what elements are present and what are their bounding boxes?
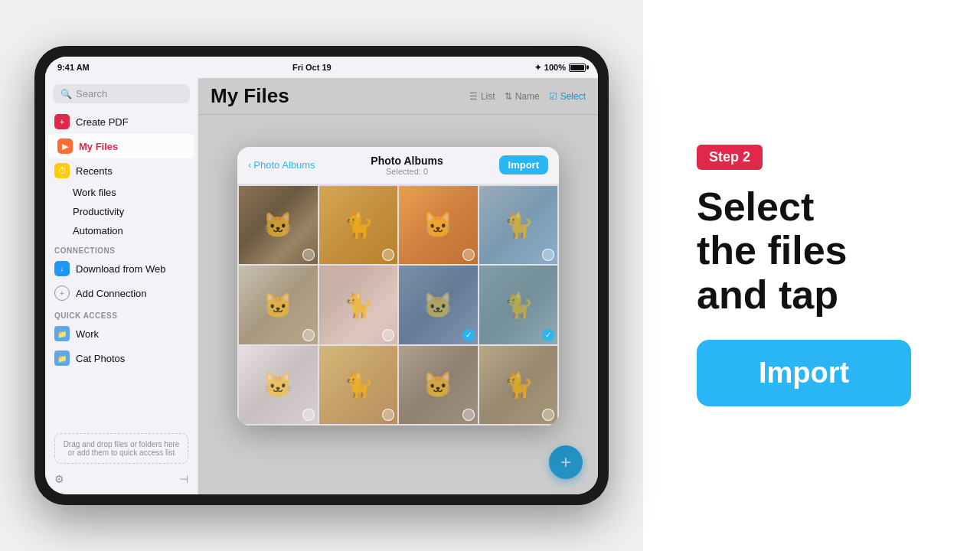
sidebar-item-my-files[interactable]: ▶ My Files: [48, 134, 194, 158]
photo-checkbox-3[interactable]: [462, 249, 475, 261]
modal-back-button[interactable]: ‹ Photo Albums: [248, 159, 315, 171]
cat-image-11: 🐱: [423, 370, 453, 399]
photo-cell-9[interactable]: 🐱: [239, 346, 318, 425]
photo-cell-12[interactable]: 🐈: [479, 346, 558, 425]
photo-cell-6[interactable]: 🐈: [319, 266, 398, 344]
recents-icon: ⏱: [54, 163, 70, 178]
sidebar-item-automation[interactable]: Automation: [45, 221, 198, 240]
cat-image-12: 🐈: [503, 370, 534, 399]
sidebar-item-productivity[interactable]: Productivity: [45, 202, 198, 221]
cat-image-6: 🐈: [343, 291, 374, 320]
photo-cell-3[interactable]: 🐱: [399, 186, 478, 265]
connections-section-label: CONNECTIONS: [45, 240, 198, 256]
sidebar-item-create-pdf[interactable]: + Create PDF: [45, 109, 198, 134]
photo-grid: 🐱 🐈 🐱: [237, 184, 559, 426]
productivity-label: Productivity: [73, 206, 124, 217]
instruction-text: Select the files and tap: [697, 185, 848, 317]
sidebar-label-my-files: My Files: [79, 141, 118, 152]
photo-checkbox-1[interactable]: [302, 249, 315, 261]
settings-icon[interactable]: ⚙: [54, 473, 64, 485]
sidebar-item-cat-photos[interactable]: 📁 Cat Photos: [45, 346, 198, 370]
work-files-label: Work files: [73, 187, 116, 198]
tablet-screen: 9:41 AM Fri Oct 19 ✦ 100%: [45, 57, 598, 494]
cat-image-4: 🐈: [503, 210, 534, 240]
photo-cell-10[interactable]: 🐈: [319, 346, 398, 425]
modal-selected-count: Selected: 0: [371, 167, 443, 176]
add-connection-icon: +: [54, 285, 70, 301]
drop-zone-text: Drag and drop files or folders here or a…: [54, 433, 188, 464]
app-content: 🔍 Search + Create PDF ▶ My Files ⏱: [45, 78, 598, 494]
photo-cell-1[interactable]: 🐱: [239, 186, 318, 265]
tablet-device: 9:41 AM Fri Oct 19 ✦ 100%: [34, 46, 609, 505]
sidebar-label-create-pdf: Create PDF: [76, 116, 129, 128]
battery-icon: [569, 64, 586, 72]
battery-percentage: 100%: [544, 63, 566, 72]
sidebar-item-recents[interactable]: ⏱ Recents: [45, 158, 198, 183]
collapse-icon[interactable]: ⊣: [179, 473, 188, 485]
cat-image-1: 🐱: [263, 210, 293, 240]
sidebar-label-download-web: Download from Web: [76, 263, 166, 275]
cat-photos-folder-icon: 📁: [54, 350, 70, 366]
photo-checkbox-5[interactable]: [302, 329, 315, 341]
modal-overlay: ‹ Photo Albums Photo Albums Selected: 0 …: [198, 78, 598, 494]
sidebar-label-work: Work: [76, 328, 99, 340]
right-panel: Step 2 Select the files and tap Import: [658, 0, 980, 551]
back-chevron-icon: ‹: [248, 159, 251, 171]
modal-import-button[interactable]: Import: [499, 155, 548, 174]
modal-title-block: Photo Albums Selected: 0: [371, 155, 443, 176]
sidebar-item-work[interactable]: 📁 Work: [45, 321, 198, 346]
status-right: ✦ 100%: [534, 63, 586, 73]
step-badge: Step 2: [697, 145, 763, 170]
photo-cell-11[interactable]: 🐱: [399, 346, 478, 425]
back-label: Photo Albums: [253, 159, 315, 171]
modal-header: ‹ Photo Albums Photo Albums Selected: 0 …: [237, 147, 559, 184]
photo-cell-8[interactable]: 🐈: [479, 266, 558, 344]
create-pdf-icon: +: [54, 114, 70, 129]
photo-cell-4[interactable]: 🐈: [479, 186, 558, 265]
quick-access-section-label: QUICK ACCESS: [45, 305, 198, 321]
cat-image-9: 🐱: [263, 370, 293, 399]
instruction-line1: Select: [697, 184, 814, 229]
sidebar-label-recents: Recents: [76, 165, 113, 177]
cat-image-10: 🐈: [343, 370, 374, 399]
photo-checkbox-9[interactable]: [302, 409, 315, 421]
work-folder-icon: 📁: [54, 326, 70, 341]
tablet-wrapper: 9:41 AM Fri Oct 19 ✦ 100%: [0, 0, 643, 551]
photo-checkbox-8[interactable]: [542, 329, 554, 341]
search-input[interactable]: Search: [76, 88, 107, 99]
main-area: My Files ☰ List ⇅ Name: [198, 78, 598, 494]
automation-label: Automation: [73, 225, 123, 236]
import-button-large[interactable]: Import: [697, 340, 911, 406]
search-icon: 🔍: [60, 89, 72, 99]
sidebar-bottom: Drag and drop files or folders here or a…: [45, 427, 198, 494]
download-web-icon: ↓: [54, 261, 70, 276]
sidebar-label-add-connection: Add Connection: [76, 288, 147, 299]
status-time: 9:41 AM: [57, 63, 90, 72]
bluetooth-icon: ✦: [534, 63, 541, 73]
photo-checkbox-11[interactable]: [462, 409, 475, 421]
photo-checkbox-7[interactable]: [462, 329, 475, 341]
modal-title: Photo Albums: [371, 155, 443, 167]
sidebar: 🔍 Search + Create PDF ▶ My Files ⏱: [45, 78, 198, 494]
status-bar: 9:41 AM Fri Oct 19 ✦ 100%: [45, 57, 598, 78]
cat-image-5: 🐱: [263, 291, 293, 320]
cat-image-3: 🐱: [423, 210, 453, 240]
my-files-icon: ▶: [57, 139, 73, 154]
photo-cell-7[interactable]: 🐱: [399, 266, 478, 344]
instruction-line2: the files: [697, 228, 848, 272]
sidebar-label-cat-photos: Cat Photos: [76, 353, 125, 364]
photo-cell-2[interactable]: 🐈: [319, 186, 398, 265]
photo-cell-5[interactable]: 🐱: [239, 266, 318, 344]
sidebar-item-work-files[interactable]: Work files: [45, 183, 198, 202]
photo-checkbox-6[interactable]: [382, 329, 394, 341]
sidebar-item-add-connection[interactable]: + Add Connection: [45, 281, 198, 305]
instruction-line3: and tap: [697, 272, 838, 317]
search-bar[interactable]: 🔍 Search: [53, 84, 190, 103]
sidebar-item-download-web[interactable]: ↓ Download from Web: [45, 256, 198, 281]
photo-albums-modal: ‹ Photo Albums Photo Albums Selected: 0 …: [237, 147, 559, 426]
cat-image-2: 🐈: [343, 210, 374, 240]
status-day: Fri Oct 19: [292, 63, 332, 72]
sidebar-footer: ⚙ ⊣: [54, 470, 188, 488]
